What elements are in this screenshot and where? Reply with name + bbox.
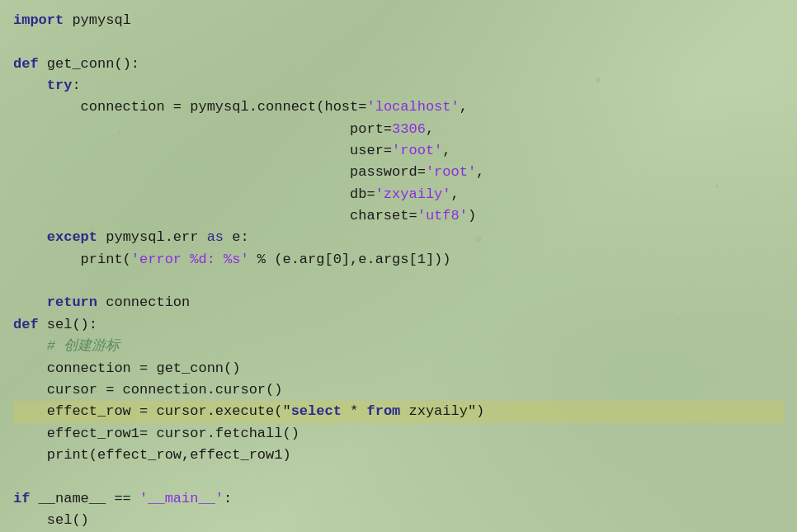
code-text: connection = get_conn()	[13, 360, 240, 376]
code-line-13	[13, 271, 784, 292]
code-line-20: effect_row1= cursor.fetchall()	[13, 423, 784, 445]
code-line-8: password='root',	[13, 162, 784, 183]
code-text	[13, 294, 47, 310]
string-literal: 'root'	[392, 143, 442, 158]
string-literal: 'error %d: %s'	[131, 252, 249, 267]
string-literal: 'zxyaily'	[375, 186, 451, 202]
code-text: :	[224, 491, 232, 506]
highlighted-line: effect_row = cursor.execute("select * fr…	[13, 401, 784, 422]
code-editor: import pymysql def get_conn(): try: conn…	[0, 0, 797, 532]
code-text: sel():	[39, 317, 97, 332]
code-text: password=	[13, 164, 426, 180]
keyword-as: as	[207, 229, 224, 245]
keyword-select: select	[291, 403, 342, 419]
code-text: connection = pymysql.connect(host=	[13, 99, 366, 115]
string-literal: '__main__'	[139, 491, 224, 506]
code-text: print(effect_row,effect_row1)	[13, 447, 291, 463]
code-text: effect_row1= cursor.fetchall()	[13, 426, 299, 441]
code-text: charset=	[13, 208, 417, 224]
code-line-24: sel()	[13, 510, 784, 531]
code-line-14: return connection	[13, 292, 784, 313]
code-text: print(	[13, 252, 131, 267]
code-line-2	[13, 31, 784, 53]
code-text: ,	[476, 164, 484, 180]
code-text: user=	[13, 143, 392, 158]
code-text: sel()	[13, 512, 89, 528]
keyword-from: from	[366, 403, 400, 419]
code-text: ,	[460, 99, 468, 115]
code-line-5: connection = pymysql.connect(host='local…	[13, 97, 784, 118]
code-line-19: effect_row = cursor.execute("select * fr…	[13, 401, 784, 422]
code-text	[13, 338, 47, 354]
code-text: )	[468, 208, 476, 224]
keyword-except: except	[47, 229, 97, 245]
code-text: effect_row = cursor.execute("	[13, 403, 291, 419]
code-line-9: db='zxyaily',	[13, 184, 784, 205]
code-text: connection	[97, 294, 190, 310]
keyword-return: return	[47, 294, 97, 310]
keyword-try: try	[47, 78, 73, 93]
keyword-def: def	[13, 56, 39, 72]
keyword-import: import	[13, 12, 64, 28]
code-line-7: user='root',	[13, 140, 784, 162]
code-line-10: charset='utf8')	[13, 205, 784, 227]
code-text: ,	[426, 121, 434, 137]
code-text: zxyaily")	[400, 403, 484, 419]
code-text: port=	[13, 121, 392, 137]
code-text: pymysql.err	[97, 229, 207, 245]
code-text: % (e.arg[0],e.args[1]))	[249, 252, 451, 267]
code-text: db=	[13, 186, 375, 202]
code-line-12: print('error %d: %s' % (e.arg[0],e.args[…	[13, 249, 784, 271]
code-text: e:	[224, 229, 249, 245]
code-line-16: # 创建游标	[13, 336, 784, 357]
code-text: ,	[442, 143, 450, 158]
code-line-17: connection = get_conn()	[13, 358, 784, 379]
code-line-21: print(effect_row,effect_row1)	[13, 445, 784, 466]
code-line-11: except pymysql.err as e:	[13, 227, 784, 248]
code-line-22	[13, 466, 784, 487]
code-line-1: import pymysql	[13, 10, 784, 31]
string-literal: 'localhost'	[366, 99, 459, 115]
code-line-3: def get_conn():	[13, 54, 784, 75]
code-text: pymysql	[64, 12, 131, 28]
code-line-18: cursor = connection.cursor()	[13, 379, 784, 401]
code-line-23: if __name__ == '__main__':	[13, 488, 784, 510]
number-literal: 3306	[392, 121, 426, 137]
keyword-if: if	[13, 491, 30, 506]
code-text	[13, 78, 47, 93]
code-line-4: try:	[13, 75, 784, 97]
code-text: :	[72, 78, 80, 93]
code-text: ,	[451, 186, 460, 202]
string-literal: 'root'	[426, 164, 476, 180]
code-line-15: def sel():	[13, 314, 784, 336]
keyword-def: def	[13, 317, 39, 332]
code-text: cursor = connection.cursor()	[13, 382, 282, 398]
string-literal: 'utf8'	[417, 208, 468, 224]
code-text: __name__ ==	[30, 491, 139, 506]
code-text: *	[342, 403, 367, 419]
code-text: get_conn():	[39, 56, 139, 72]
code-text	[13, 229, 47, 245]
code-line-6: port=3306,	[13, 119, 784, 140]
comment-text: # 创建游标	[47, 338, 120, 354]
